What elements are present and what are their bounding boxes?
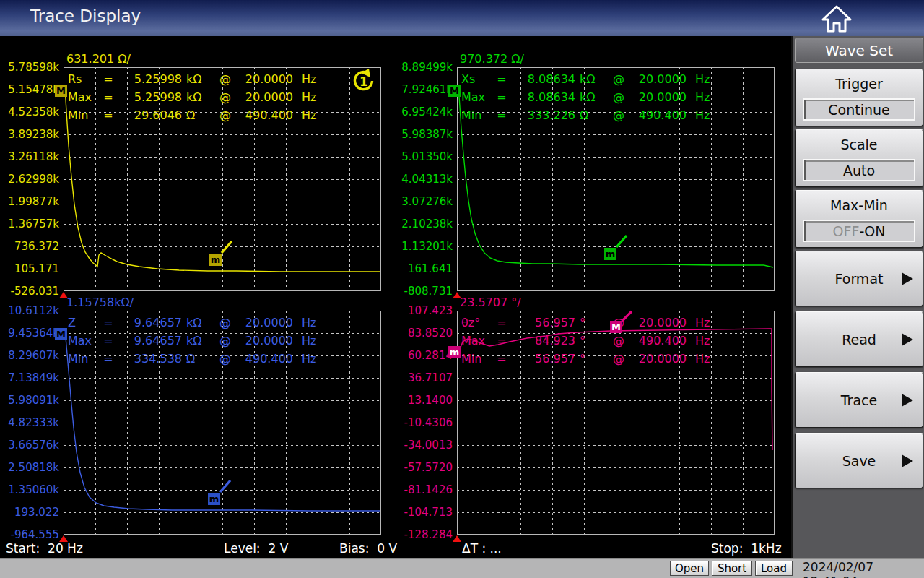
read-button[interactable]: Read (795, 311, 923, 367)
readout-unit: kΩ (182, 332, 218, 350)
equals-sign: = (494, 314, 509, 332)
y-tick-label: 4.04313k (395, 172, 453, 186)
scale-per-div-label: 970.372 Ω/ (460, 52, 524, 66)
frequency-unit: Hz (687, 314, 721, 332)
readout-value: 333.226 (509, 106, 575, 124)
y-tick-label: 6.95424k (395, 105, 453, 119)
at-sign: @ (218, 88, 232, 106)
sweep-level-value: Level: 2 V (224, 541, 288, 556)
y-tick-label: 3.26118k (1, 150, 59, 164)
y-tick-label: 2.10238k (395, 217, 453, 231)
at-sign: @ (611, 332, 626, 350)
open-correction-button[interactable]: Open (670, 561, 709, 576)
frequency-unit: Hz (687, 332, 721, 350)
readout-value: 84.923 (509, 332, 575, 350)
save-button[interactable]: Save (795, 433, 923, 488)
clock: 2024/02/07 12:41:04 (803, 560, 924, 578)
y-tick-label: 736.372 (1, 239, 59, 254)
y-tick-label: 1.99877k (1, 194, 59, 209)
readout-name: Max (461, 332, 494, 350)
at-sign: @ (218, 332, 232, 350)
frequency-unit: Hz (293, 350, 328, 368)
scale-per-div-label: 631.201 Ω/ (66, 52, 131, 66)
equals-sign: = (101, 332, 116, 350)
y-tick-label: 1.36757k (1, 217, 59, 231)
y-tick-label: 7.92461k (395, 82, 453, 97)
home-icon[interactable] (820, 4, 853, 34)
at-sign: @ (611, 88, 626, 106)
frequency-unit: Hz (293, 70, 328, 88)
at-sign: @ (218, 70, 232, 88)
readout-name: Min (68, 350, 101, 368)
y-tick-label: 5.98091k (1, 393, 59, 407)
softkey-group-title: Wave Set (795, 38, 923, 63)
y-tick-label: 2.50818k (1, 460, 59, 475)
y-tick-label: -104.713 (395, 505, 453, 519)
readout-name: Max (68, 88, 101, 106)
readout-name: θz° (461, 314, 494, 332)
readout-row: Max=84.923°@490.400Hz (461, 332, 721, 350)
readout-row: Xs=8.08634kΩ@20.0000Hz (461, 70, 721, 88)
y-tick-label: -526.031 (1, 284, 59, 298)
y-tick-label: 4.52358k (1, 105, 59, 119)
frequency-unit: Hz (687, 88, 721, 106)
frequency-unit: Hz (293, 314, 328, 332)
readout-frequency: 20.0000 (232, 70, 293, 88)
plot-rs: 631.201 Ω/5.78598k5.15478k4.52358k3.8923… (64, 67, 381, 291)
y-tick-label: 161.641 (395, 262, 453, 276)
format-button[interactable]: Format (795, 251, 923, 306)
readout-unit: Ω (182, 106, 218, 124)
load-correction-button[interactable]: Load (755, 561, 793, 576)
at-sign: @ (218, 314, 232, 332)
max-marker-badge: M (448, 85, 461, 97)
trace-button[interactable]: Trace (795, 372, 923, 428)
readout-unit: kΩ (575, 70, 611, 88)
y-tick-label: 60.2814 (395, 348, 453, 363)
readout-frequency: 20.0000 (232, 332, 293, 350)
plot-area: 631.201 Ω/5.78598k5.15478k4.52358k3.8923… (0, 36, 791, 558)
y-tick-label: 7.13849k (1, 371, 59, 385)
y-tick-label: 5.78598k (1, 60, 59, 74)
readout-unit: ° (575, 332, 611, 350)
readout-name: Max (68, 332, 101, 350)
readout-row: Rs=5.25998kΩ@20.0000Hz (68, 70, 328, 88)
plot-z: 1.15758kΩ/10.6112k9.45364k8.29607k7.1384… (64, 311, 381, 535)
scale-button[interactable]: Scale Auto (795, 129, 923, 187)
curve-marker-badge: m (208, 493, 220, 505)
max-marker-badge: M (55, 328, 67, 340)
readout-frequency: 490.400 (232, 106, 293, 124)
readout-value: 334.538 (116, 350, 182, 368)
equals-sign: = (494, 70, 509, 88)
curve-marker-badge: M (610, 321, 622, 333)
readout-unit: ° (575, 314, 611, 332)
y-tick-label: 83.8520 (395, 326, 453, 340)
y-tick-label: -10.4306 (395, 415, 453, 430)
readout-block: Xs=8.08634kΩ@20.0000HzMax=8.08634kΩ@20.0… (461, 70, 721, 124)
trigger-button[interactable]: Trigger Continue (795, 69, 923, 126)
short-correction-button[interactable]: Short (712, 561, 752, 576)
readout-unit: ° (575, 350, 611, 368)
readout-name: Min (461, 350, 494, 368)
trigger-value-field: Continue (803, 98, 915, 121)
y-tick-label: 5.01350k (395, 150, 453, 164)
max-min-button[interactable]: Max-Min OFF-ON (795, 190, 923, 248)
readout-frequency: 20.0000 (626, 70, 687, 88)
equals-sign: = (494, 332, 509, 350)
readout-value: 5.25998 (116, 88, 182, 106)
readout-frequency: 20.0000 (626, 350, 687, 368)
y-tick-label: 5.15478k (1, 82, 59, 97)
sweep-delta-t-value: ΔT : ... (462, 541, 502, 556)
readout-value: 5.25998 (116, 70, 182, 88)
plot-xs: 970.372 Ω/8.89499k7.92461k6.95424k5.9838… (457, 67, 775, 291)
max-marker-badge: m (448, 346, 461, 358)
equals-sign: = (101, 350, 116, 368)
sweep-cycle-count-icon: 1 (351, 69, 375, 93)
y-tick-label: 8.89499k (395, 60, 453, 74)
readout-name: Min (68, 106, 101, 124)
marker-pen-icon (222, 241, 232, 253)
y-tick-label: -81.1426 (395, 483, 453, 497)
readout-frequency: 490.400 (626, 106, 687, 124)
frequency-unit: Hz (293, 106, 328, 124)
readout-row: Min=333.226Ω@490.400Hz (461, 106, 721, 124)
y-tick-label: 2.62998k (1, 172, 59, 186)
